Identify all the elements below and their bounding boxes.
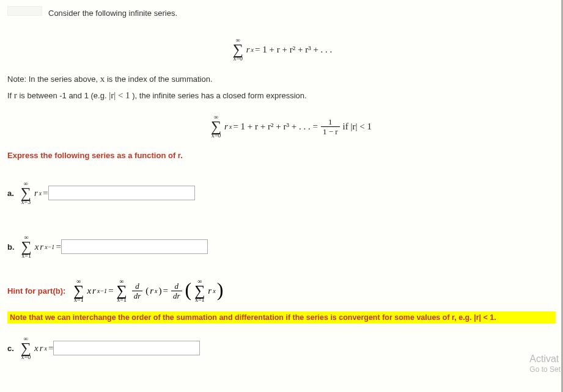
yellow-highlight-note: Note that we can interchange the order o… [7,311,556,324]
note-index: Note: In the series above, x is the inde… [7,74,556,84]
part-a-label: a. [7,189,14,198]
hint-part-b: Hint for part(b): ∞ ∑ x=1 xrx−1 = ∞ ∑ x=… [7,278,556,303]
note-condition: If r is between -1 and 1 (e.g. |r| < 1 )… [7,90,556,101]
part-a-expression: ∞ ∑ x=3 rx = [19,181,48,205]
part-b-label: b. [7,242,15,252]
part-c-input[interactable] [53,341,200,355]
prompt-text: Consider the following infinite series. [48,9,177,18]
instruction-text: Express the following series as a functi… [7,151,556,160]
part-c-expression: ∞ ∑ x=0 xrx = [19,336,54,360]
equation-closed-form: ∞ ∑ x=0 rx = 1 + r + r² + r³ + . . . = 1… [7,112,556,139]
part-b-expression: ∞ ∑ x=1 xrx−1 = [20,234,61,259]
part-a-input[interactable] [48,186,195,200]
question-number-placeholder [7,6,42,16]
part-c-label: c. [7,344,14,353]
hint-label: Hint for part(b): [7,286,65,296]
part-b-input[interactable] [61,239,208,254]
equation-geometric-series: ∞ ∑ x=0 rx = 1 + r + r² + r³ + . . . [7,35,556,62]
